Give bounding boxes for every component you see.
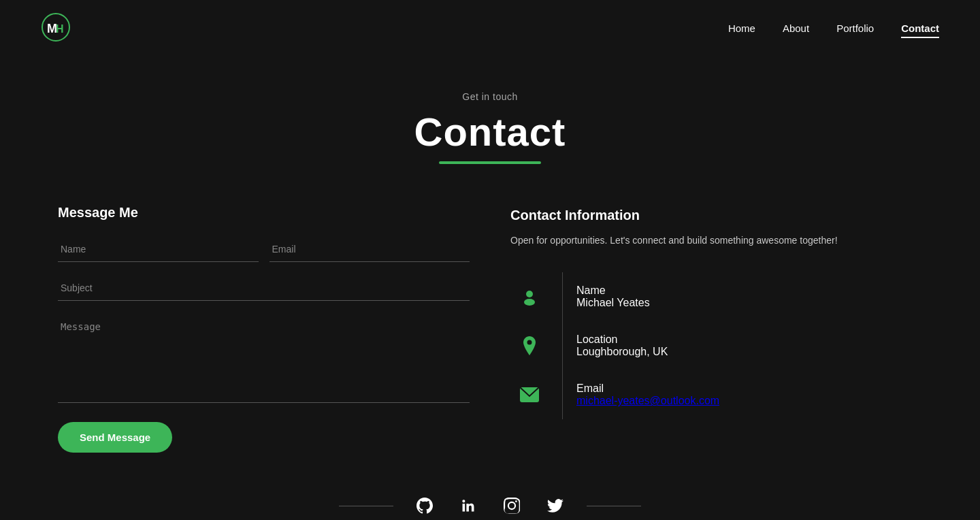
name-label: Name (576, 285, 719, 297)
name-value: Michael Yeates (576, 297, 719, 309)
page-subtitle: Get in touch (0, 91, 980, 102)
email-icon (519, 387, 540, 403)
navbar: M H Home About Portfolio Contact (0, 0, 980, 57)
footer-line-right (587, 506, 641, 506)
email-input[interactable] (270, 237, 470, 262)
footer-line-left (339, 506, 393, 506)
location-label: Location (576, 334, 719, 346)
subject-input[interactable] (58, 276, 470, 301)
form-row-name-email (58, 237, 470, 262)
svg-point-5 (527, 340, 532, 345)
nav-about[interactable]: About (783, 22, 809, 34)
location-value: Loughborough, UK (576, 346, 719, 358)
email-value[interactable]: michael-yeates@outlook.com (576, 395, 719, 407)
footer-social (0, 466, 980, 520)
form-title: Message Me (58, 205, 470, 221)
instagram-icon[interactable] (500, 493, 524, 518)
name-info-cell: Name Michael Yeates (576, 272, 719, 321)
icons-column (510, 272, 549, 419)
linkedin-icon[interactable] (456, 493, 480, 518)
nav-home[interactable]: Home (728, 22, 755, 34)
location-icon (521, 336, 538, 356)
location-info-cell: Location Loughborough, UK (576, 321, 719, 370)
page-header: Get in touch Contact (0, 57, 980, 184)
vertical-divider (562, 272, 563, 419)
location-icon-cell (521, 321, 538, 370)
message-input[interactable] (58, 314, 470, 403)
name-input[interactable] (58, 237, 259, 262)
page-title: Contact (0, 109, 980, 155)
contact-info-items: Name Michael Yeates Location Loughboroug… (510, 272, 922, 419)
logo[interactable]: M H (41, 12, 71, 45)
email-icon-cell (519, 370, 540, 419)
person-icon-cell (520, 272, 539, 321)
svg-text:H: H (56, 23, 64, 35)
email-label: Email (576, 383, 719, 395)
github-icon[interactable] (412, 493, 437, 518)
contact-info-title: Contact Information (510, 208, 922, 223)
title-underline (439, 161, 541, 164)
contact-tagline: Open for opportunities. Let's connect an… (510, 233, 922, 248)
send-message-button[interactable]: Send Message (58, 422, 172, 453)
text-column: Name Michael Yeates Location Loughboroug… (576, 272, 719, 419)
email-link[interactable]: michael-yeates@outlook.com (576, 395, 719, 406)
nav-portfolio[interactable]: Portfolio (836, 22, 874, 34)
twitter-icon[interactable] (543, 493, 568, 518)
person-icon (520, 287, 539, 306)
main-content: Message Me Send Message Contact Informat… (0, 184, 980, 453)
email-info-cell: Email michael-yeates@outlook.com (576, 370, 719, 419)
nav-links: Home About Portfolio Contact (728, 22, 939, 35)
contact-info-section: Contact Information Open for opportuniti… (510, 205, 922, 453)
form-section: Message Me Send Message (58, 205, 470, 453)
svg-point-3 (526, 291, 533, 297)
svg-point-4 (524, 299, 535, 306)
nav-contact[interactable]: Contact (901, 22, 939, 38)
